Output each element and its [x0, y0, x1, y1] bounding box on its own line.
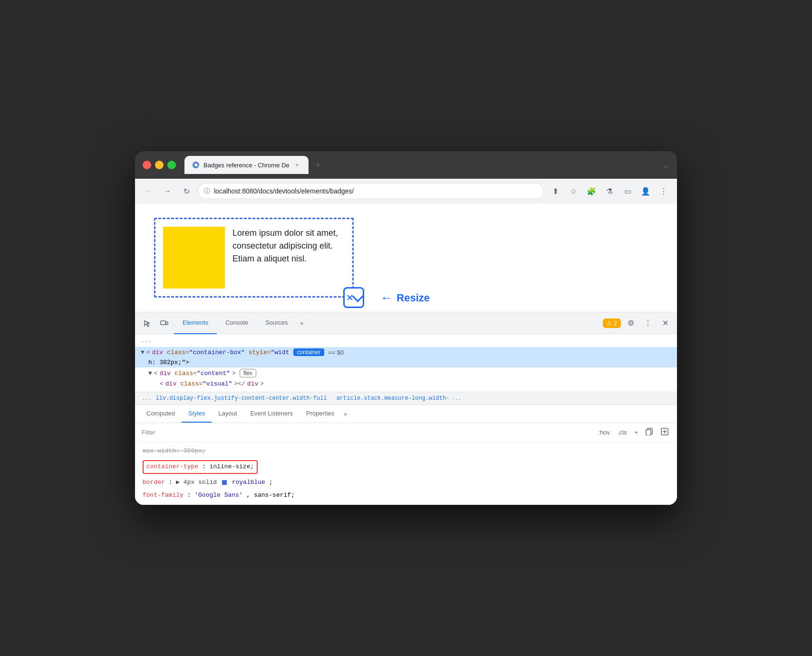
css-line-3: border : ▶ 4px solid royalblue ; [135, 476, 677, 489]
svg-point-1 [194, 164, 197, 166]
dollar-zero: == $0 [328, 349, 344, 356]
demo-area: Lorem ipsum dolor sit amet, consectetur … [154, 218, 354, 298]
resize-arrow-icon: ← [380, 290, 393, 305]
tree-row-container-2: h: 302px;"> [135, 357, 677, 367]
browser-window: Badges reference - Chrome De × + ⌄ ← → ↻… [135, 151, 677, 504]
filter-input[interactable]: Filter [142, 429, 591, 436]
new-tab-button[interactable]: + [310, 157, 326, 173]
tab-sources[interactable]: Sources [257, 312, 297, 334]
breadcrumb-dots-right: ... [451, 395, 462, 402]
devtools-toolbar: Elements Console Sources » ⚠ 2 ⚙ ⋮ ✕ [135, 312, 677, 334]
warning-count: 2 [614, 320, 617, 327]
tab-close-button[interactable]: × [293, 161, 301, 169]
tab-chevron-icon[interactable]: ⌄ [662, 160, 669, 170]
breadcrumb-item-2[interactable]: article.stack.measure-long.width- [337, 395, 450, 402]
warning-icon: ⚠ [607, 320, 612, 327]
element-picker-icon[interactable] [140, 316, 154, 330]
css-line-2[interactable]: container-type : inline-size; [135, 458, 677, 476]
copy-style-button[interactable] [644, 427, 655, 438]
nav-icons: ⬆ ☆ 🧩 ⚗ ▭ 👤 ⋮ [548, 183, 671, 199]
profile-icon[interactable]: 👤 [638, 183, 653, 199]
lorem-text: Lorem ipsum dolor sit amet, consectetur … [232, 227, 345, 265]
forward-button[interactable]: → [160, 183, 175, 199]
bookmark-icon[interactable]: ☆ [566, 183, 581, 199]
resize-text: Resize [396, 292, 430, 304]
more-tabs-icon[interactable]: » [297, 320, 308, 327]
active-tab[interactable]: Badges reference - Chrome De × [184, 156, 309, 174]
tab-title: Badges reference - Chrome De [203, 162, 290, 169]
tree-row-content[interactable]: ▼ < div class="content" > flex [135, 367, 677, 379]
resize-icon [346, 294, 354, 301]
title-bar: Badges reference - Chrome De × + ⌄ [135, 151, 677, 179]
settings-icon[interactable]: ⚙ [624, 316, 638, 330]
hov-filter-button[interactable]: :hov [596, 428, 612, 437]
address-bar[interactable]: ⓘ localhost:8080/docs/devtools/elements/… [198, 183, 544, 199]
tree-row-visual[interactable]: < div class="visual" ></ div > [135, 379, 677, 389]
devtools-tabs: Elements Console Sources » [174, 312, 600, 334]
styles-tabs: Computed Styles Layout Event Listeners P… [135, 405, 677, 423]
close-button[interactable] [143, 161, 151, 169]
breadcrumb-bar: ... liv.display-flex.justify-content-cen… [135, 392, 677, 405]
tab-bar: Badges reference - Chrome De × + ⌄ [184, 156, 669, 174]
maximize-button[interactable] [167, 161, 176, 169]
styles-more-icon[interactable]: » [341, 411, 350, 417]
badge-container: container [293, 348, 324, 356]
extensions-icon[interactable]: 🧩 [584, 183, 599, 199]
tab-console[interactable]: Console [217, 312, 257, 334]
svg-rect-5 [646, 430, 651, 435]
breadcrumb-dots-left: ... [142, 395, 152, 402]
resize-handle[interactable] [343, 287, 364, 308]
css-line-1: max-width: 350px; [135, 445, 677, 458]
inspect-style-button[interactable] [659, 427, 670, 438]
filter-bar: Filter :hov .cls + [135, 423, 677, 442]
cls-filter-button[interactable]: .cls [616, 428, 629, 437]
breadcrumb-item-1[interactable]: liv.display-flex.justify-content-center.… [156, 395, 327, 402]
more-options-icon[interactable]: ⋮ [641, 316, 655, 330]
browser-icon[interactable]: ▭ [620, 183, 635, 199]
badge-flex: flex [240, 369, 256, 377]
tab-properties[interactable]: Properties [300, 405, 341, 423]
tree-row-dots: ··· [135, 337, 677, 347]
devtools-panel: Elements Console Sources » ⚠ 2 ⚙ ⋮ ✕ [135, 312, 677, 504]
css-line-4: font-family : 'Google Sans' , sans-serif… [135, 489, 677, 502]
container-box: Lorem ipsum dolor sit amet, consectetur … [154, 218, 354, 298]
filter-actions: :hov .cls + [596, 427, 670, 438]
html-tree: ··· ▼ < div class="container-box" style=… [135, 334, 677, 392]
menu-icon[interactable]: ⋮ [656, 183, 671, 199]
minimize-button[interactable] [155, 161, 164, 169]
css-container-type[interactable]: container-type : inline-size; [143, 460, 258, 474]
yellow-box [163, 227, 225, 289]
tab-styles[interactable]: Styles [182, 405, 212, 423]
css-area: max-width: 350px; container-type : inlin… [135, 442, 677, 504]
nav-bar: ← → ↻ ⓘ localhost:8080/docs/devtools/ele… [135, 179, 677, 203]
url-text: localhost:8080/docs/devtools/elements/ba… [214, 187, 538, 195]
tab-computed[interactable]: Computed [140, 405, 182, 423]
flask-icon[interactable]: ⚗ [602, 183, 617, 199]
back-button[interactable]: ← [141, 183, 156, 199]
reload-button[interactable]: ↻ [179, 183, 194, 199]
tab-layout[interactable]: Layout [212, 405, 243, 423]
add-style-button[interactable]: + [632, 428, 640, 437]
share-icon[interactable]: ⬆ [548, 183, 563, 199]
dt-toolbar-right: ⚠ 2 ⚙ ⋮ ✕ [603, 316, 672, 330]
styles-panel: Computed Styles Layout Event Listeners P… [135, 405, 677, 504]
svg-rect-3 [166, 322, 168, 325]
warning-badge[interactable]: ⚠ 2 [603, 318, 621, 328]
tab-favicon-icon [192, 161, 200, 169]
tab-elements[interactable]: Elements [174, 312, 217, 334]
lock-icon: ⓘ [204, 187, 210, 195]
svg-rect-2 [161, 321, 165, 325]
page-content: Lorem ipsum dolor sit amet, consectetur … [135, 203, 677, 312]
color-swatch-royalblue [222, 480, 227, 485]
device-toolbar-icon[interactable] [157, 316, 171, 330]
traffic-lights [143, 161, 176, 169]
tree-dots: ··· [141, 338, 152, 346]
tree-row-container[interactable]: ▼ < div class="container-box" style="wid… [135, 347, 677, 357]
resize-label: ← Resize [380, 290, 430, 305]
tab-event-listeners[interactable]: Event Listeners [243, 405, 300, 423]
close-devtools-icon[interactable]: ✕ [658, 316, 672, 330]
